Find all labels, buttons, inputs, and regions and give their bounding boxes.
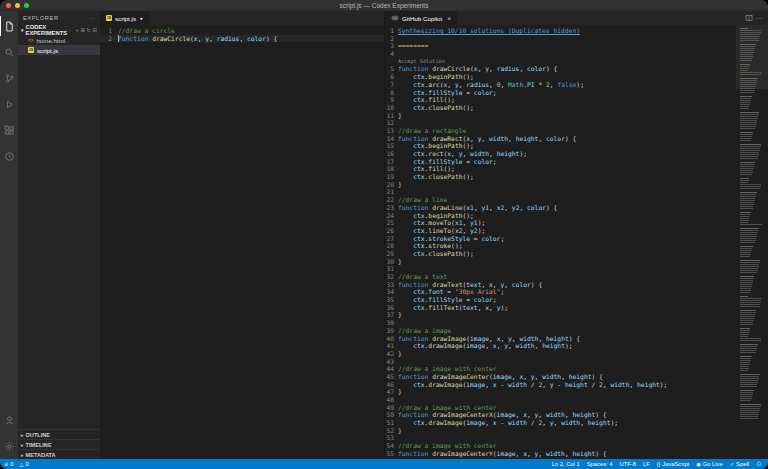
line-content: ctx.fillStyle = color; — [398, 296, 736, 304]
code-line: 12 — [385, 119, 736, 127]
tab-github-copilot[interactable]: GitHub Copilot × — [385, 11, 458, 25]
line-number: 31 — [385, 265, 398, 273]
extensions-icon[interactable] — [0, 117, 18, 143]
editor-group-script: JS script.js ● 1//draw a circle2function… — [100, 11, 384, 459]
collapse-all-icon[interactable]: ⊟ — [93, 27, 97, 33]
chevron-right-icon: ▸ — [21, 432, 24, 438]
line-content: ctx.fillText(text, x, y); — [398, 304, 736, 312]
editor-code-area[interactable]: 1//draw a circle2function drawCircle(x, … — [100, 25, 384, 459]
account-icon[interactable] — [0, 407, 18, 433]
spell-checker-status[interactable]: ✓ Spell — [730, 461, 749, 467]
line-number: 48 — [385, 396, 398, 404]
code-line: 5function drawCircle(x, y, radius, color… — [385, 65, 736, 73]
warnings-status[interactable]: △ 0 — [20, 461, 29, 467]
line-number: 6 — [385, 73, 398, 81]
minimap-block — [740, 246, 765, 257]
eol-status[interactable]: LF — [643, 461, 650, 467]
copilot-code-area[interactable]: 1Synthesizing 10/10 solutions (Duplicate… — [385, 25, 736, 459]
line-number: 18 — [385, 165, 398, 173]
line-number: 35 — [385, 296, 398, 304]
editor-group-copilot: GitHub Copilot × ··· 1Synthesizing 10/10… — [384, 11, 768, 459]
split-editor-icon[interactable] — [745, 14, 753, 22]
line-content: function drawImageCenterX(image, x, y, w… — [398, 411, 736, 419]
minimap-block — [740, 310, 765, 325]
workspace-folder-label: CODEX EXPERIMENTS — [26, 24, 74, 36]
code-line: 44//draw a image with center — [385, 365, 736, 373]
new-folder-icon[interactable]: ⊞ — [80, 27, 84, 33]
sidebar-title: EXPLORER — [23, 15, 59, 21]
cursor-position-status[interactable]: Ln 2, Col 1 — [552, 461, 580, 467]
more-actions-icon[interactable]: ··· — [89, 15, 95, 21]
line-number: 54 — [385, 442, 398, 450]
line-content: ctx.fillStyle = color; — [398, 89, 736, 97]
code-line: 38 — [385, 319, 736, 327]
indentation-status[interactable]: Spaces: 4 — [587, 461, 613, 467]
tab-script-js[interactable]: JS script.js ● — [100, 11, 150, 25]
language-mode-status[interactable]: {} JavaScript — [657, 461, 690, 467]
minimap-block — [740, 328, 765, 341]
file-item-home-html[interactable]: <> home.html — [18, 35, 100, 45]
workbench: EXPLORER ··· ▾ CODEX EXPERIMENTS + ⊞ ↻ ⊟… — [0, 11, 768, 459]
outline-section[interactable]: ▸ OUTLINE — [18, 429, 100, 439]
new-file-icon[interactable]: + — [75, 27, 78, 33]
language-mode-label: JavaScript — [662, 461, 689, 467]
code-line: 13//draw a rectangle — [385, 127, 736, 135]
search-icon[interactable] — [0, 39, 18, 65]
line-content: ctx.lineTo(x2, y2); — [398, 227, 736, 235]
file-label: home.html — [36, 37, 65, 44]
line-number: 43 — [385, 358, 398, 366]
close-icon[interactable]: × — [447, 15, 451, 22]
file-item-script-js[interactable]: JS script.js — [18, 45, 100, 55]
error-icon: ⊘ — [4, 461, 8, 467]
line-content: ctx.stroke(); — [398, 242, 736, 250]
code-line: 3======== — [385, 42, 736, 50]
line-content: ctx.beginPath(); — [398, 142, 736, 150]
explorer-icon[interactable] — [0, 13, 18, 39]
section-label: OUTLINE — [26, 432, 51, 438]
close-window-button[interactable] — [6, 3, 11, 8]
line-number: 52 — [385, 427, 398, 435]
errors-status[interactable]: ⊘ 0 — [4, 461, 14, 467]
minimap-block — [740, 260, 765, 273]
broadcast-icon: ◉ — [696, 461, 701, 467]
go-live-status[interactable]: ◉ Go Live — [696, 461, 723, 467]
sidebar-spacer — [18, 55, 100, 429]
code-line: 11} — [385, 112, 736, 120]
line-number: 24 — [385, 212, 398, 220]
line-content — [398, 358, 736, 366]
line-content: ctx.closePath(); — [398, 173, 736, 181]
workspace-folder-row[interactable]: ▾ CODEX EXPERIMENTS + ⊞ ↻ ⊟ — [18, 24, 100, 35]
window-title: script.js — Codex Experiments — [0, 2, 768, 9]
minimap-block — [740, 390, 765, 401]
code-line: 14function drawRect(x, y, width, height,… — [385, 135, 736, 143]
settings-gear-icon[interactable] — [0, 433, 18, 459]
minimap-block — [740, 374, 765, 387]
line-number: 7 — [385, 81, 398, 89]
history-icon[interactable] — [0, 143, 18, 169]
minimap[interactable] — [736, 25, 768, 459]
source-control-icon[interactable] — [0, 65, 18, 91]
editor-tab-bar: JS script.js ● — [100, 11, 384, 25]
line-content: } — [398, 388, 736, 396]
metadata-section[interactable]: ▸ METADATA — [18, 449, 100, 459]
title-bar[interactable]: script.js — Codex Experiments — [0, 0, 768, 11]
line-number: 19 — [385, 173, 398, 181]
run-debug-icon[interactable] — [0, 91, 18, 117]
accept-solution-link[interactable]: Accept Solution — [398, 58, 445, 64]
line-number: 36 — [385, 304, 398, 312]
minimap-block — [740, 404, 765, 419]
minimap-slider[interactable] — [736, 25, 768, 89]
line-number: 30 — [385, 258, 398, 266]
code-line: 53 — [385, 434, 736, 442]
notifications-status[interactable] — [756, 461, 762, 467]
refresh-icon[interactable]: ↻ — [87, 27, 91, 33]
encoding-status[interactable]: UTF-8 — [620, 461, 636, 467]
line-content: //draw a line — [398, 196, 736, 204]
zoom-window-button[interactable] — [24, 3, 29, 8]
more-actions-icon[interactable]: ··· — [757, 15, 764, 22]
minimize-window-button[interactable] — [15, 3, 20, 8]
line-number: 42 — [385, 350, 398, 358]
code-line: 46 ctx.drawImage(image, x - width / 2, y… — [385, 381, 736, 389]
line-content: } — [398, 311, 736, 319]
timeline-section[interactable]: ▸ TIMELINE — [18, 439, 100, 449]
